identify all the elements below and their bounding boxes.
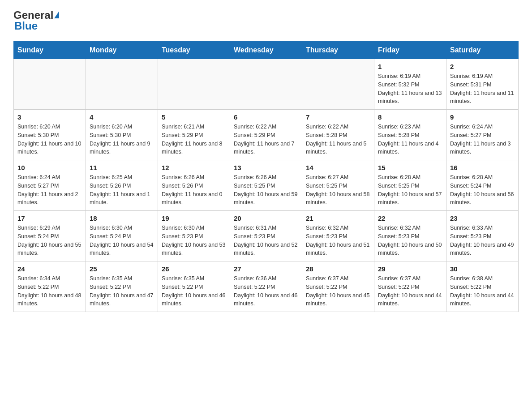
calendar-cell: 12Sunrise: 6:26 AM Sunset: 5:26 PM Dayli… (158, 160, 230, 211)
calendar-cell: 16Sunrise: 6:28 AM Sunset: 5:24 PM Dayli… (446, 160, 519, 211)
day-info: Sunrise: 6:38 AM Sunset: 5:22 PM Dayligh… (450, 274, 515, 308)
day-info: Sunrise: 6:20 AM Sunset: 5:30 PM Dayligh… (17, 123, 82, 156)
day-number: 24 (17, 265, 82, 273)
day-number: 14 (306, 164, 370, 171)
calendar-header: SundayMondayTuesdayWednesdayThursdayFrid… (14, 42, 519, 59)
calendar-cell: 28Sunrise: 6:37 AM Sunset: 5:22 PM Dayli… (302, 261, 374, 312)
calendar-cell: 10Sunrise: 6:24 AM Sunset: 5:27 PM Dayli… (14, 160, 86, 211)
header-sunday: Sunday (14, 42, 86, 59)
calendar-cell: 25Sunrise: 6:35 AM Sunset: 5:22 PM Dayli… (86, 261, 158, 312)
calendar-cell (14, 59, 86, 110)
calendar-cell: 21Sunrise: 6:32 AM Sunset: 5:23 PM Dayli… (302, 211, 374, 261)
logo-blue: Blue (14, 20, 38, 32)
calendar-cell: 22Sunrise: 6:32 AM Sunset: 5:23 PM Dayli… (374, 211, 446, 261)
day-info: Sunrise: 6:30 AM Sunset: 5:23 PM Dayligh… (162, 224, 226, 257)
day-number: 18 (90, 214, 154, 222)
day-number: 8 (378, 113, 442, 121)
calendar-cell: 20Sunrise: 6:31 AM Sunset: 5:23 PM Dayli… (230, 211, 302, 261)
calendar-cell: 2Sunrise: 6:19 AM Sunset: 5:31 PM Daylig… (446, 59, 519, 110)
calendar-cell: 1Sunrise: 6:19 AM Sunset: 5:32 PM Daylig… (374, 59, 446, 110)
calendar-cell (230, 59, 302, 110)
page-header: General Blue (13, 9, 519, 32)
calendar-cell: 23Sunrise: 6:33 AM Sunset: 5:23 PM Dayli… (446, 211, 519, 261)
calendar-week-row: 1Sunrise: 6:19 AM Sunset: 5:32 PM Daylig… (14, 59, 519, 110)
calendar-cell: 24Sunrise: 6:34 AM Sunset: 5:22 PM Dayli… (14, 261, 86, 312)
header-thursday: Thursday (302, 42, 374, 59)
calendar-cell: 9Sunrise: 6:24 AM Sunset: 5:27 PM Daylig… (446, 110, 519, 160)
day-number: 19 (162, 214, 226, 222)
day-number: 21 (306, 214, 370, 222)
calendar-cell: 17Sunrise: 6:29 AM Sunset: 5:24 PM Dayli… (14, 211, 86, 261)
calendar-week-row: 17Sunrise: 6:29 AM Sunset: 5:24 PM Dayli… (14, 211, 519, 261)
calendar-cell: 13Sunrise: 6:26 AM Sunset: 5:25 PM Dayli… (230, 160, 302, 211)
day-number: 27 (234, 265, 298, 273)
calendar-cell (158, 59, 230, 110)
day-number: 11 (90, 164, 154, 171)
day-info: Sunrise: 6:31 AM Sunset: 5:23 PM Dayligh… (234, 224, 298, 257)
calendar-cell: 3Sunrise: 6:20 AM Sunset: 5:30 PM Daylig… (14, 110, 86, 160)
day-number: 7 (306, 113, 370, 121)
calendar-cell: 11Sunrise: 6:25 AM Sunset: 5:26 PM Dayli… (86, 160, 158, 211)
day-number: 4 (90, 113, 154, 121)
day-info: Sunrise: 6:28 AM Sunset: 5:25 PM Dayligh… (378, 173, 442, 207)
calendar-cell: 30Sunrise: 6:38 AM Sunset: 5:22 PM Dayli… (446, 261, 519, 312)
day-info: Sunrise: 6:32 AM Sunset: 5:23 PM Dayligh… (378, 224, 442, 257)
day-info: Sunrise: 6:22 AM Sunset: 5:28 PM Dayligh… (306, 123, 370, 156)
day-number: 25 (90, 265, 154, 273)
day-number: 10 (17, 164, 82, 171)
day-number: 23 (450, 214, 515, 222)
day-number: 16 (450, 164, 515, 171)
day-number: 28 (306, 265, 370, 273)
day-info: Sunrise: 6:34 AM Sunset: 5:22 PM Dayligh… (17, 274, 82, 308)
day-number: 15 (378, 164, 442, 171)
calendar-cell: 15Sunrise: 6:28 AM Sunset: 5:25 PM Dayli… (374, 160, 446, 211)
calendar-cell: 5Sunrise: 6:21 AM Sunset: 5:29 PM Daylig… (158, 110, 230, 160)
day-number: 20 (234, 214, 298, 222)
header-wednesday: Wednesday (230, 42, 302, 59)
day-number: 12 (162, 164, 226, 171)
day-info: Sunrise: 6:21 AM Sunset: 5:29 PM Dayligh… (162, 123, 226, 156)
calendar-cell: 27Sunrise: 6:36 AM Sunset: 5:22 PM Dayli… (230, 261, 302, 312)
calendar-header-row: SundayMondayTuesdayWednesdayThursdayFrid… (14, 42, 519, 59)
day-info: Sunrise: 6:23 AM Sunset: 5:28 PM Dayligh… (378, 123, 442, 156)
day-number: 9 (450, 113, 515, 121)
day-number: 26 (162, 265, 226, 273)
day-info: Sunrise: 6:28 AM Sunset: 5:24 PM Dayligh… (450, 173, 515, 207)
day-number: 13 (234, 164, 298, 171)
calendar-cell: 26Sunrise: 6:35 AM Sunset: 5:22 PM Dayli… (158, 261, 230, 312)
calendar-cell: 19Sunrise: 6:30 AM Sunset: 5:23 PM Dayli… (158, 211, 230, 261)
calendar-table: SundayMondayTuesdayWednesdayThursdayFrid… (13, 41, 519, 312)
day-info: Sunrise: 6:25 AM Sunset: 5:26 PM Dayligh… (90, 173, 154, 207)
calendar-week-row: 10Sunrise: 6:24 AM Sunset: 5:27 PM Dayli… (14, 160, 519, 211)
day-info: Sunrise: 6:32 AM Sunset: 5:23 PM Dayligh… (306, 224, 370, 257)
header-friday: Friday (374, 42, 446, 59)
calendar-cell (302, 59, 374, 110)
day-info: Sunrise: 6:24 AM Sunset: 5:27 PM Dayligh… (450, 123, 515, 156)
day-number: 22 (378, 214, 442, 222)
day-info: Sunrise: 6:37 AM Sunset: 5:22 PM Dayligh… (306, 274, 370, 308)
day-number: 30 (450, 265, 515, 273)
day-number: 6 (234, 113, 298, 121)
day-number: 5 (162, 113, 226, 121)
day-info: Sunrise: 6:27 AM Sunset: 5:25 PM Dayligh… (306, 173, 370, 207)
calendar-week-row: 3Sunrise: 6:20 AM Sunset: 5:30 PM Daylig… (14, 110, 519, 160)
day-number: 3 (17, 113, 82, 121)
calendar-cell: 18Sunrise: 6:30 AM Sunset: 5:24 PM Dayli… (86, 211, 158, 261)
day-number: 2 (450, 63, 515, 70)
day-info: Sunrise: 6:20 AM Sunset: 5:30 PM Dayligh… (90, 123, 154, 156)
header-saturday: Saturday (446, 42, 519, 59)
day-number: 29 (378, 265, 442, 273)
day-info: Sunrise: 6:19 AM Sunset: 5:32 PM Dayligh… (378, 72, 442, 106)
day-info: Sunrise: 6:22 AM Sunset: 5:29 PM Dayligh… (234, 123, 298, 156)
day-info: Sunrise: 6:26 AM Sunset: 5:25 PM Dayligh… (234, 173, 298, 207)
day-info: Sunrise: 6:24 AM Sunset: 5:27 PM Dayligh… (17, 173, 82, 207)
day-info: Sunrise: 6:35 AM Sunset: 5:22 PM Dayligh… (90, 274, 154, 308)
logo: General Blue (13, 9, 59, 32)
day-info: Sunrise: 6:35 AM Sunset: 5:22 PM Dayligh… (162, 274, 226, 308)
calendar-cell: 14Sunrise: 6:27 AM Sunset: 5:25 PM Dayli… (302, 160, 374, 211)
day-info: Sunrise: 6:36 AM Sunset: 5:22 PM Dayligh… (234, 274, 298, 308)
day-info: Sunrise: 6:26 AM Sunset: 5:26 PM Dayligh… (162, 173, 226, 207)
calendar-cell: 7Sunrise: 6:22 AM Sunset: 5:28 PM Daylig… (302, 110, 374, 160)
calendar-cell: 6Sunrise: 6:22 AM Sunset: 5:29 PM Daylig… (230, 110, 302, 160)
day-info: Sunrise: 6:30 AM Sunset: 5:24 PM Dayligh… (90, 224, 154, 257)
